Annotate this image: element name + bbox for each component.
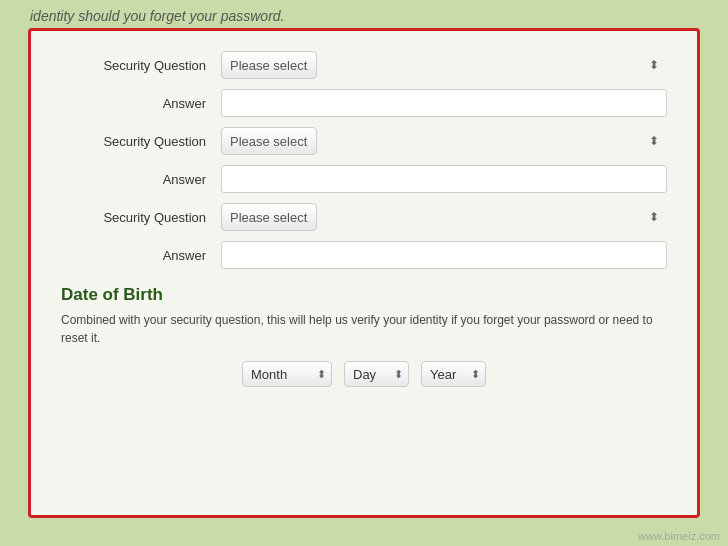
answer-label-1: Answer: [61, 96, 221, 111]
security-question-row-1: Security Question Please select: [61, 51, 667, 79]
security-question-select-wrapper-2: Please select: [221, 127, 667, 155]
answer-input-2[interactable]: [221, 165, 667, 193]
dob-title: Date of Birth: [61, 285, 667, 305]
security-question-label-1: Security Question: [61, 58, 221, 73]
month-select-wrapper: Month January February March April May J…: [242, 361, 332, 387]
month-select[interactable]: Month January February March April May J…: [242, 361, 332, 387]
security-question-select-2[interactable]: Please select: [221, 127, 317, 155]
security-question-select-wrapper-1: Please select: [221, 51, 667, 79]
watermark: www.bimeiz.com: [638, 530, 720, 542]
dob-row: Month January February March April May J…: [61, 361, 667, 387]
answer-row-3: Answer: [61, 241, 667, 269]
day-select-wrapper: Day: [344, 361, 409, 387]
security-question-select-wrapper-3: Please select: [221, 203, 667, 231]
answer-label-3: Answer: [61, 248, 221, 263]
main-container: Security Question Please select Answer S…: [28, 28, 700, 518]
security-question-label-2: Security Question: [61, 134, 221, 149]
answer-row-2: Answer: [61, 165, 667, 193]
answer-label-2: Answer: [61, 172, 221, 187]
answer-input-3[interactable]: [221, 241, 667, 269]
dob-section: Date of Birth Combined with your securit…: [61, 285, 667, 387]
dob-description: Combined with your security question, th…: [61, 311, 667, 347]
year-select-wrapper: Year: [421, 361, 486, 387]
security-question-select-3[interactable]: Please select: [221, 203, 317, 231]
year-select[interactable]: Year: [421, 361, 486, 387]
answer-input-1[interactable]: [221, 89, 667, 117]
day-select[interactable]: Day: [344, 361, 409, 387]
security-question-label-3: Security Question: [61, 210, 221, 225]
security-question-row-3: Security Question Please select: [61, 203, 667, 231]
answer-row-1: Answer: [61, 89, 667, 117]
security-question-row-2: Security Question Please select: [61, 127, 667, 155]
security-question-select-1[interactable]: Please select: [221, 51, 317, 79]
